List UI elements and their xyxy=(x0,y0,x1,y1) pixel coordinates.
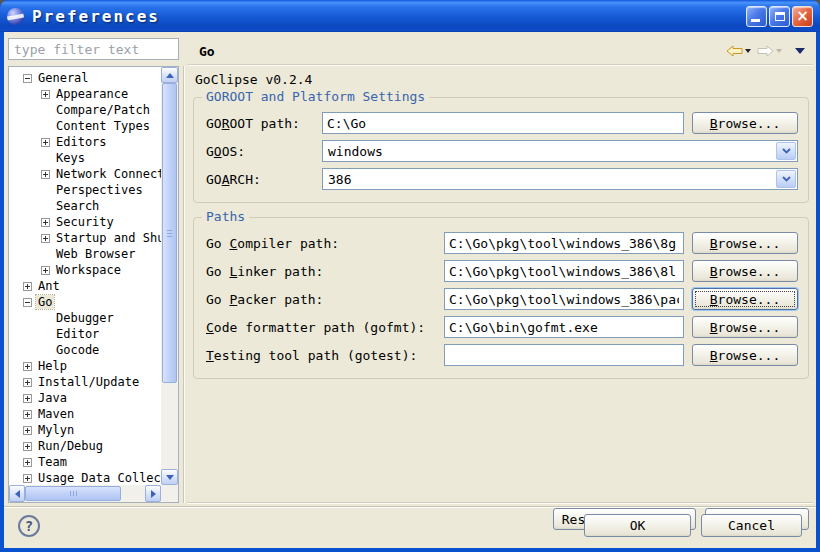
help-button[interactable]: ? xyxy=(18,515,40,537)
expand-icon[interactable] xyxy=(23,474,32,483)
tree-item-java[interactable]: Java xyxy=(9,390,161,406)
back-button[interactable] xyxy=(725,44,752,58)
tree-item-security[interactable]: Security xyxy=(9,214,161,230)
back-history-dropdown-icon[interactable] xyxy=(745,49,751,53)
tree-item-label: Appearance xyxy=(54,87,130,101)
expand-icon[interactable] xyxy=(23,282,32,291)
horizontal-scrollbar-thumb[interactable] xyxy=(25,486,121,501)
tree-item-editor[interactable]: Editor xyxy=(9,326,161,342)
tree-item-mylyn[interactable]: Mylyn xyxy=(9,422,161,438)
tree-item-keys[interactable]: Keys xyxy=(9,150,161,166)
tree-item-maven[interactable]: Maven xyxy=(9,406,161,422)
collapse-icon[interactable] xyxy=(23,298,32,307)
vertical-scrollbar[interactable] xyxy=(161,67,178,485)
goos-label: GOOS: xyxy=(204,144,314,159)
tree-item-search[interactable]: Search xyxy=(9,198,161,214)
go-linker-path-input[interactable] xyxy=(444,260,684,282)
tree-item-compare-patch[interactable]: Compare/Patch xyxy=(9,102,161,118)
tree-item-help[interactable]: Help xyxy=(9,358,161,374)
scroll-left-button[interactable] xyxy=(9,485,25,502)
go-compiler-path-input[interactable] xyxy=(444,232,684,254)
tree-item-perspectives[interactable]: Perspectives xyxy=(9,182,161,198)
go-packer-path-input[interactable] xyxy=(444,288,684,310)
cancel-button[interactable]: Cancel xyxy=(701,514,802,537)
tree-item-ant[interactable]: Ant xyxy=(9,278,161,294)
minimize-button[interactable] xyxy=(746,6,767,27)
tree-item-team[interactable]: Team xyxy=(9,454,161,470)
expand-icon[interactable] xyxy=(41,90,50,99)
goroot-path-row: GOROOT path:Browse... xyxy=(204,112,798,134)
tree-item-usage-data-collect[interactable]: Usage Data Collect xyxy=(9,470,161,485)
code-formatter-path-input[interactable] xyxy=(444,316,684,338)
expand-icon[interactable] xyxy=(41,218,50,227)
expand-icon[interactable] xyxy=(23,410,32,419)
vertical-scrollbar-thumb[interactable] xyxy=(162,83,177,383)
forward-arrow-icon xyxy=(757,45,774,57)
tree-item-workspace[interactable]: Workspace xyxy=(9,262,161,278)
paths-group: Paths Go Compiler path:Browse...Go Linke… xyxy=(193,217,809,379)
collapse-icon[interactable] xyxy=(23,74,32,83)
tree-item-label: Usage Data Collect xyxy=(36,471,161,485)
testing-tool-path-input[interactable] xyxy=(444,344,684,366)
horizontal-scrollbar[interactable] xyxy=(9,485,161,502)
go-linker-path-browse-button[interactable]: Browse... xyxy=(692,260,798,282)
group-rows: Go Compiler path:Browse...Go Linker path… xyxy=(204,232,798,366)
forward-button[interactable] xyxy=(756,44,783,58)
view-menu-icon[interactable] xyxy=(795,48,805,54)
tree-item-label: Workspace xyxy=(54,263,123,277)
filter-input[interactable] xyxy=(8,38,179,60)
expand-icon[interactable] xyxy=(23,362,32,371)
expand-icon[interactable] xyxy=(23,378,32,387)
expand-icon[interactable] xyxy=(23,394,32,403)
tree-item-editors[interactable]: Editors xyxy=(9,134,161,150)
goos-row: GOOS:windows xyxy=(204,140,798,162)
page-title: Go xyxy=(199,44,215,59)
tree-item-web-browser[interactable]: Web Browser xyxy=(9,246,161,262)
goos-combo[interactable]: windows xyxy=(322,140,798,162)
expand-icon[interactable] xyxy=(23,458,32,467)
expand-icon[interactable] xyxy=(41,234,50,243)
goroot-path-browse-button[interactable]: Browse... xyxy=(692,112,798,134)
go-packer-path-browse-button[interactable]: Browse... xyxy=(692,288,798,310)
goarch-combo[interactable]: 386 xyxy=(322,168,798,190)
testing-tool-path-browse-button[interactable]: Browse... xyxy=(692,344,798,366)
expand-icon[interactable] xyxy=(23,426,32,435)
expand-icon[interactable] xyxy=(23,442,32,451)
chevron-down-icon[interactable] xyxy=(776,142,796,160)
maximize-button[interactable] xyxy=(769,6,790,27)
tree-item-general[interactable]: General xyxy=(9,70,161,86)
tree-item-label: Team xyxy=(36,455,69,469)
title-bar[interactable]: Preferences × xyxy=(0,0,820,32)
close-button[interactable]: × xyxy=(792,6,813,27)
expand-icon[interactable] xyxy=(41,138,50,147)
dialog-client-area: GeneralAppearanceCompare/PatchContent Ty… xyxy=(4,32,816,548)
tree-item-appearance[interactable]: Appearance xyxy=(9,86,161,102)
tree-item-debugger[interactable]: Debugger xyxy=(9,310,161,326)
tree-item-go[interactable]: Go xyxy=(9,294,161,310)
tree-item-label: Debugger xyxy=(54,311,116,325)
scroll-up-button[interactable] xyxy=(161,67,178,83)
ok-button[interactable]: OK xyxy=(584,514,691,537)
goroot-path-input[interactable] xyxy=(322,112,684,134)
tree-item-gocode[interactable]: Gocode xyxy=(9,342,161,358)
tree-item-label: Network Connect xyxy=(54,167,161,181)
go-linker-path-label: Go Linker path: xyxy=(204,264,436,279)
left-arrow-icon xyxy=(15,490,20,498)
tree-item-label: Web Browser xyxy=(54,247,137,261)
tree-item-run-debug[interactable]: Run/Debug xyxy=(9,438,161,454)
go-compiler-path-browse-button[interactable]: Browse... xyxy=(692,232,798,254)
tree-item-startup-and-shu[interactable]: Startup and Shu xyxy=(9,230,161,246)
tree-item-network-connect[interactable]: Network Connect xyxy=(9,166,161,182)
tree-item-label: Install/Update xyxy=(36,375,141,389)
expand-icon[interactable] xyxy=(41,170,50,179)
goarch-row: GOARCH:386 xyxy=(204,168,798,190)
scroll-down-button[interactable] xyxy=(161,469,178,485)
goarch-value: 386 xyxy=(323,172,775,187)
expand-icon[interactable] xyxy=(41,266,50,275)
code-formatter-path-browse-button[interactable]: Browse... xyxy=(692,316,798,338)
tree-item-content-types[interactable]: Content Types xyxy=(9,118,161,134)
scroll-right-button[interactable] xyxy=(145,485,161,502)
go-compiler-path-row: Go Compiler path:Browse... xyxy=(204,232,798,254)
chevron-down-icon[interactable] xyxy=(776,170,796,188)
tree-item-install-update[interactable]: Install/Update xyxy=(9,374,161,390)
